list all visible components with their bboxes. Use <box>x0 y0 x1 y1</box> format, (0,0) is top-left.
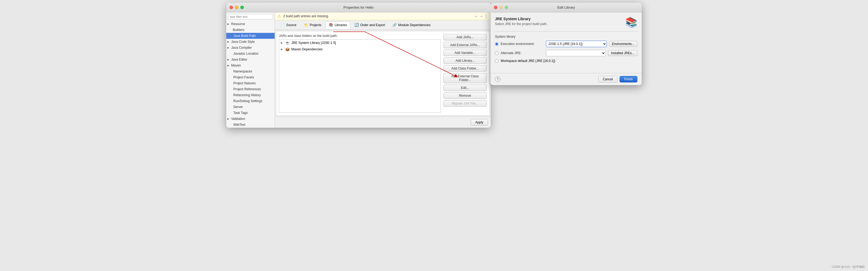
installed-jres-button[interactable]: Installed JREs... <box>608 50 638 56</box>
chevron-icon: ▶ <box>227 46 230 49</box>
sidebar-item-label: Project References <box>233 87 261 91</box>
warning-actions: ← → ⋮ <box>474 14 488 18</box>
list-item-maven-label: Maven Dependencies <box>291 47 322 51</box>
sidebar-item-refactoring-history[interactable]: Refactoring History <box>226 92 275 98</box>
apply-button[interactable]: Apply <box>471 119 488 126</box>
module-deps-tab-icon: 🔗 <box>393 23 397 27</box>
sidebar-item-label: Task Tags <box>233 111 248 115</box>
maximize-button[interactable] <box>240 6 244 9</box>
sidebar-item-label: Java Editor <box>231 58 247 61</box>
remove-button[interactable]: Remove <box>443 92 487 99</box>
tab-order-export[interactable]: 🔄 Order and Export <box>351 21 389 29</box>
execution-environment-radio[interactable] <box>495 42 498 46</box>
jars-label: JARs and class folders on the build path… <box>279 34 441 38</box>
finish-button[interactable]: Finish <box>620 76 638 82</box>
sidebar-item-server[interactable]: Server <box>226 104 275 110</box>
list-item-maven[interactable]: ▶ 📦 Maven Dependencies <box>279 46 440 53</box>
order-export-tab-icon: 🔄 <box>354 23 359 27</box>
system-library-section: System library Execution environment: J2… <box>495 35 638 65</box>
jre-library-icon: ☕ <box>285 41 290 45</box>
sidebar-item-javadoc-location[interactable]: Javadoc Location <box>226 50 275 57</box>
sidebar-item-label: Project Facets <box>233 75 254 79</box>
tab-source[interactable]: 📄 Source <box>277 21 300 29</box>
menu-icon[interactable]: ⋮ <box>484 14 488 18</box>
alternate-jre-select[interactable] <box>546 50 606 56</box>
add-library-button[interactable]: Add Library... <box>443 57 487 64</box>
add-jars-button[interactable]: Add JARs... <box>443 34 487 40</box>
add-external-jars-button[interactable]: Add External JARs... <box>443 42 487 48</box>
cancel-button[interactable]: Cancel <box>598 76 617 82</box>
tab-libraries[interactable]: 📚 Libraries <box>325 21 350 29</box>
sidebar-item-run-debug-settings[interactable]: Run/Debug Settings <box>226 98 275 104</box>
dialog-header: JRE System Library Select JRE for the pr… <box>495 17 638 28</box>
list-item-jre-label: JRE System Library [J2SE-1.5] <box>291 41 336 45</box>
sidebar-item-java-editor[interactable]: ▶ Java Editor <box>226 57 275 63</box>
list-item-jre[interactable]: ▶ ☕ JRE System Library [J2SE-1.5] <box>279 40 440 46</box>
dialog-header-text: JRE System Library Select JRE for the pr… <box>495 17 548 26</box>
sidebar-item-project-references[interactable]: Project References <box>226 86 275 92</box>
sidebar-item-project-natures[interactable]: Project Natures <box>226 80 275 86</box>
sidebar-item-builders[interactable]: Builders <box>226 27 275 33</box>
sidebar-item-java-code-style[interactable]: ▶ Java Code Style <box>226 39 275 45</box>
sidebar-item-label: Builders <box>233 28 244 32</box>
execution-environment-row: Execution environment: J2SE-1.5 (JRE [16… <box>495 41 638 47</box>
back-arrow-icon[interactable]: ← <box>474 14 478 18</box>
tab-projects[interactable]: 📁 Projects <box>301 21 325 29</box>
sidebar-item-java-compiler[interactable]: ▶ Java Compiler <box>226 45 275 50</box>
sidebar-item-validation[interactable]: ▶ Validation <box>226 116 275 122</box>
sidebar-item-label: Maven <box>231 64 241 67</box>
dialog-traffic-lights <box>494 6 508 9</box>
sidebar-item-resource[interactable]: ▶ Resource <box>226 21 275 27</box>
sidebar-item-namespaces[interactable]: Namespaces <box>226 68 275 74</box>
edit-library-dialog: Edit Library JRE System Library Select J… <box>491 3 642 85</box>
tab-projects-label: Projects <box>310 23 321 27</box>
tab-module-dependencies-label: Module Dependencies <box>398 23 430 27</box>
dialog-header-title: JRE System Library <box>495 17 548 21</box>
tab-libraries-label: Libraries <box>335 23 347 27</box>
environments-button[interactable]: Environments... <box>609 41 638 47</box>
sidebar-item-label: Refactoring History <box>233 93 261 97</box>
sidebar-item-project-facets[interactable]: Project Facets <box>226 74 275 80</box>
execution-environment-select[interactable]: J2SE-1.5 (JRE [16.0.1]) <box>546 41 607 47</box>
dialog-maximize-button <box>505 6 508 9</box>
dialog-minimize-button <box>499 6 503 9</box>
add-class-folder-button[interactable]: Add Class Folder... <box>443 65 487 72</box>
alternate-jre-radio[interactable] <box>495 52 498 55</box>
list-item-chevron-icon: ▶ <box>281 41 283 44</box>
workspace-default-radio[interactable] <box>495 59 498 63</box>
jars-list[interactable]: ▶ ☕ JRE System Library [J2SE-1.5] ▶ 📦 Ma… <box>279 39 441 112</box>
sidebar-item-maven[interactable]: ▶ Maven <box>226 63 275 68</box>
chevron-icon: ▶ <box>227 23 230 25</box>
help-icon[interactable]: ? <box>495 76 500 82</box>
warning-icon: ⚠ <box>278 14 281 18</box>
main-content: ⚠ 2 build path entries are missing. ← → … <box>275 12 491 128</box>
sidebar-item-label: Resource <box>231 22 245 26</box>
dialog-footer: ? Cancel Finish <box>491 73 642 85</box>
forward-arrow-icon[interactable]: → <box>479 14 483 18</box>
sidebar-item-task-tags[interactable]: Task Tags <box>226 110 275 116</box>
minimize-button[interactable] <box>235 6 239 9</box>
execution-environment-label: Execution environment: <box>501 42 544 46</box>
sidebar-item-label: Server <box>233 105 243 109</box>
traffic-lights <box>229 6 244 9</box>
edit-button[interactable]: Edit... <box>443 84 487 91</box>
sidebar-item-label: Java Code Style <box>231 40 255 44</box>
sidebar-item-label: Javadoc Location <box>233 52 258 56</box>
tab-module-dependencies[interactable]: 🔗 Module Dependencies <box>389 21 434 29</box>
sidebar-item-wikitext[interactable]: WikiText <box>226 122 275 128</box>
chevron-icon: ▶ <box>227 117 230 120</box>
dialog-title: Edit Library <box>557 5 575 9</box>
close-button[interactable] <box>229 6 233 9</box>
sidebar-item-label: Java Compiler <box>231 46 252 49</box>
sidebar: ▶ Resource Builders Java Build Path ▶ Ja… <box>226 12 275 128</box>
alternate-jre-row: Alternate JRE: Installed JREs... <box>495 50 638 56</box>
dialog-close-button[interactable] <box>494 6 497 9</box>
tab-order-export-label: Order and Export <box>360 23 385 27</box>
add-external-class-folder-button[interactable]: Add External Class Folder... <box>443 73 487 83</box>
add-variable-button[interactable]: Add Variable... <box>443 49 487 56</box>
warning-message: 2 build path entries are missing. <box>283 14 329 18</box>
projects-tab-icon: 📁 <box>304 23 308 27</box>
filter-input[interactable] <box>228 14 273 20</box>
chevron-icon: ▶ <box>227 64 230 67</box>
sidebar-item-java-build-path[interactable]: Java Build Path <box>226 33 275 39</box>
